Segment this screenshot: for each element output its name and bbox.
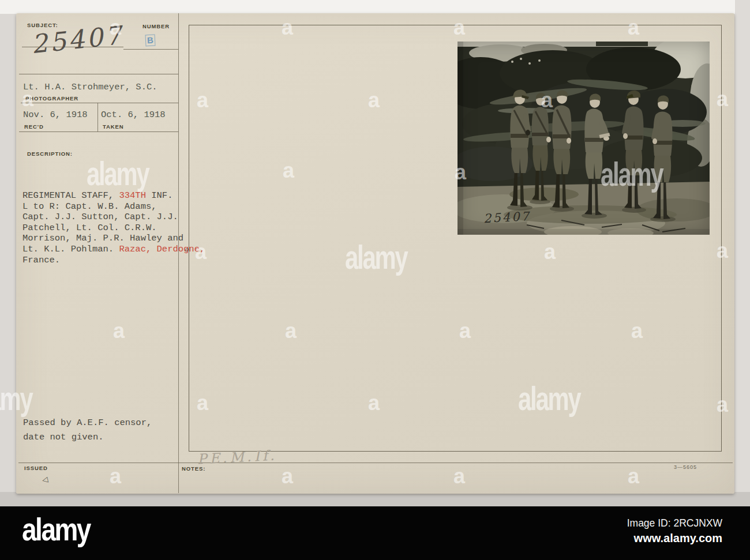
description-line-3: Capt. J.J. Sutton, Capt. J.J. [22, 212, 205, 223]
photographer-name: Lt. H.A. Strohmeyer, S.C. [23, 82, 158, 92]
section-line-3 [19, 131, 178, 132]
description-line1-red: 334TH [119, 190, 146, 201]
section-line-2 [21, 103, 178, 103]
description-line-4: Patchell, Lt. Col. C.R.W. [22, 223, 205, 234]
photograph-scene [457, 42, 710, 235]
alamy-footer-bar: alamy Image ID: 2RCJNXW www.alamy.com [0, 506, 750, 560]
description-line1-tail: INF. [146, 190, 173, 201]
description-line-5: Morrison, Maj. P.R. Hawley and [22, 233, 205, 244]
description-line-6: Lt. K.L. Pohlman. Razac, Derdogne, [22, 244, 205, 255]
number-underline [123, 49, 178, 50]
number-label: NUMBER [142, 23, 170, 29]
description-text: REGIMENTAL STAFF, 334TH INF. L to R: Cap… [22, 190, 205, 265]
taken-label: TAKEN [103, 123, 124, 130]
notes-line [18, 463, 733, 463]
received-label: REC'D [24, 123, 44, 130]
issued-handwritten-mark: ◁ [42, 475, 49, 484]
photo-caption-card: SUBJECT: 25407 NUMBER B Lt. H.A. Strohme… [16, 13, 734, 494]
blue-stamp: B [145, 35, 155, 47]
description-line6-red: Razac, Derdogne, [119, 244, 205, 254]
censor-line-2: date not given. [23, 430, 152, 445]
description-line-2: L to R: Capt. W.B. Adams, [22, 201, 205, 212]
image-id-text: Image ID: 2RCJNXW [627, 517, 722, 529]
description-line-7: France. [22, 255, 205, 266]
photo-handwritten-number: 25407 [483, 209, 531, 225]
censor-line-1: Passed by A.E.F. censor, [23, 416, 152, 430]
background-right [735, 0, 750, 506]
alamy-website-text: www.alamy.com [634, 532, 722, 545]
alamy-logo: alamy [22, 510, 90, 548]
card-print-number: 3—5605 [674, 464, 697, 470]
photographer-label: PHOTOGRAPHER [25, 95, 78, 102]
dates-divider-line [97, 103, 98, 131]
issued-label: ISSUED [24, 465, 48, 471]
description-line-1: REGIMENTAL STAFF, 334TH INF. [22, 190, 205, 201]
pencil-annotation: PE.M.If. [197, 447, 278, 467]
description-line1-black: REGIMENTAL STAFF, [22, 190, 119, 201]
photograph: 25407 [457, 42, 710, 235]
description-label: DESCRIPTION: [27, 151, 73, 157]
background-top [0, 0, 750, 14]
section-line-1 [19, 74, 178, 74]
received-date: Nov. 6, 1918 [23, 110, 88, 120]
alamy-stock-image-page: SUBJECT: 25407 NUMBER B Lt. H.A. Strohme… [0, 0, 750, 560]
handwritten-o-annotation: o [185, 246, 189, 253]
background-bottom [0, 492, 750, 506]
censor-note: Passed by A.E.F. censor, date not given. [23, 416, 152, 445]
description-line6-black: Lt. K.L. Pohlman. [22, 244, 119, 254]
taken-date: Oct. 6, 1918 [101, 110, 166, 120]
